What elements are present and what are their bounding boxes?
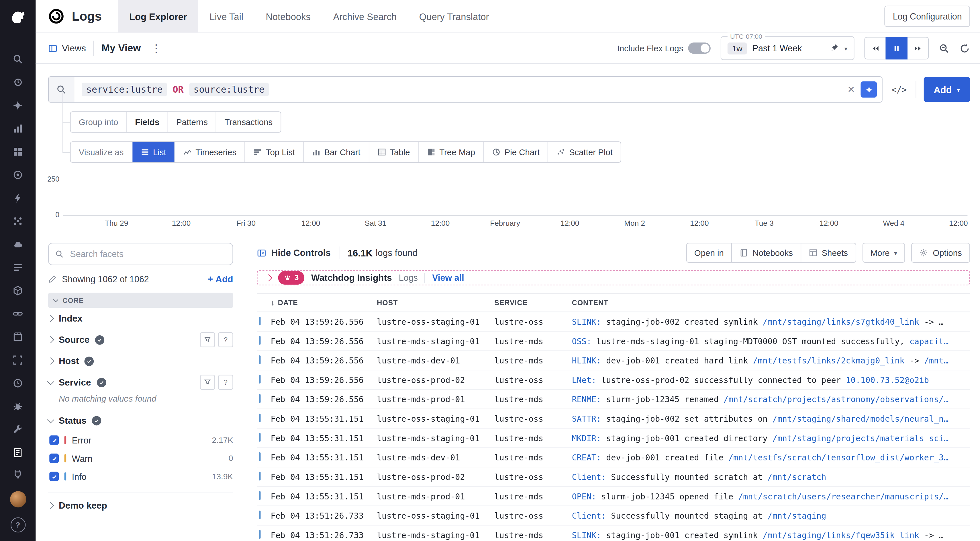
add-button[interactable]: Add ▾ [924, 77, 970, 102]
clear-query-icon[interactable]: × [841, 83, 861, 96]
kebab-menu-icon[interactable]: ⋮ [148, 41, 164, 55]
facet-value-row[interactable]: Error 2.17K [48, 431, 233, 449]
log-row[interactable]: Feb 04 13:59:26.556 lustre-mds-dev-01 lu… [257, 351, 970, 370]
pause-button[interactable] [886, 37, 907, 60]
option-top-list[interactable]: Top List [245, 142, 304, 162]
log-row[interactable]: Feb 04 13:59:26.556 lustre-oss-staging-0… [257, 312, 970, 332]
log-row[interactable]: Feb 04 13:51:26.733 lustre-oss-staging-0… [257, 506, 970, 526]
tab-query-translator[interactable]: Query Translator [408, 0, 500, 32]
containers-icon[interactable] [10, 283, 25, 298]
facet-header[interactable]: Service ? [48, 372, 233, 393]
query-token[interactable]: service:lustre [82, 83, 167, 96]
chevron-right-icon[interactable] [265, 274, 272, 281]
option-transactions[interactable]: Transactions [216, 112, 280, 132]
code-view-icon[interactable]: </> [890, 85, 908, 94]
chevron-down-icon[interactable]: ▾ [845, 45, 848, 52]
option-table[interactable]: Table [369, 142, 418, 162]
log-row[interactable]: Feb 04 13:55:31.151 lustre-mds-staging-0… [257, 429, 970, 448]
option-timeseries[interactable]: Timeseries [175, 142, 245, 162]
log-row[interactable]: Feb 04 13:55:31.151 lustre-oss-staging-0… [257, 409, 970, 429]
tab-notebooks[interactable]: Notebooks [255, 0, 322, 32]
tab-archive-search[interactable]: Archive Search [322, 0, 408, 32]
help-icon[interactable]: ? [218, 375, 233, 389]
core-section-header[interactable]: CORE [48, 293, 233, 308]
ai-assist-button[interactable] [861, 81, 877, 98]
option-fields[interactable]: Fields [127, 112, 168, 132]
query-operator[interactable]: OR [172, 85, 183, 94]
checkbox[interactable] [49, 472, 59, 481]
tab-live-tail[interactable]: Live Tail [198, 0, 255, 32]
checkbox[interactable] [49, 436, 59, 445]
facet-header[interactable]: Host [48, 350, 233, 372]
query-token[interactable]: source:lustre [189, 83, 269, 96]
option-bar-chart[interactable]: Bar Chart [304, 142, 369, 162]
facet-search-input[interactable] [69, 248, 226, 260]
filter-icon[interactable] [200, 375, 215, 389]
facet-value-row[interactable]: Warn 0 [48, 449, 233, 467]
option-tree-map[interactable]: Tree Map [418, 142, 484, 162]
help-icon[interactable]: ? [10, 517, 25, 532]
flex-logs-toggle[interactable] [688, 43, 711, 54]
facet-search[interactable] [48, 243, 233, 265]
option-patterns[interactable]: Patterns [168, 112, 216, 132]
integrations-icon[interactable] [10, 466, 25, 481]
copilot-icon[interactable] [10, 97, 25, 112]
column-date[interactable]: ↓ DATE [270, 298, 377, 307]
facet-header[interactable]: Status [48, 410, 233, 431]
pencil-icon[interactable] [48, 274, 57, 283]
log-configuration-button[interactable]: Log Configuration [885, 6, 970, 27]
packages-icon[interactable] [10, 329, 25, 344]
facet-value-row[interactable]: Info 13.9K [48, 467, 233, 485]
user-avat​ar[interactable] [10, 491, 26, 507]
view-all-link[interactable]: View all [432, 273, 464, 283]
facet-header[interactable]: Index [48, 308, 233, 329]
metrics-icon[interactable] [10, 121, 25, 136]
dashboards-icon[interactable] [10, 144, 25, 159]
processes-icon[interactable] [10, 214, 25, 228]
bugs-icon[interactable] [10, 399, 25, 413]
more-button[interactable]: More ▾ [862, 243, 905, 263]
filter-icon[interactable] [200, 332, 215, 347]
option-pie-chart[interactable]: Pie Chart [484, 142, 549, 162]
serverless-icon[interactable] [10, 236, 25, 251]
frames-icon[interactable] [10, 352, 25, 367]
schedule-icon[interactable] [10, 375, 25, 390]
facet-header[interactable]: Demo keep [48, 495, 233, 516]
sheets-button[interactable]: Sheets [800, 243, 856, 263]
column-service[interactable]: SERVICE [494, 299, 572, 306]
refresh-icon[interactable] [959, 43, 970, 53]
option-scatter-plot[interactable]: Scatter Plot [549, 142, 621, 162]
pin-icon[interactable] [830, 44, 839, 53]
log-row[interactable]: Feb 04 13:59:26.556 lustre-oss-prod-02 l… [257, 370, 970, 390]
time-range-control[interactable]: UTC-07:00 1w Past 1 Week ▾ [721, 37, 854, 60]
log-row[interactable]: Feb 04 13:59:26.556 lustre-mds-staging-0… [257, 332, 970, 351]
tab-log-explorer[interactable]: Log Explorer [118, 0, 198, 32]
column-content[interactable]: CONTENT [572, 299, 970, 306]
checkbox[interactable] [49, 453, 59, 463]
watchdog-insights-banner[interactable]: 3 Watchdog Insights Logs View all [257, 270, 970, 285]
fast-forward-button[interactable] [907, 37, 929, 60]
log-row[interactable]: Feb 04 13:55:31.151 lustre-mds-dev-01 lu… [257, 448, 970, 468]
column-host[interactable]: HOST [377, 299, 494, 306]
help-icon[interactable]: ? [218, 332, 233, 347]
rewind-button[interactable] [864, 37, 886, 60]
log-row[interactable]: Feb 04 13:59:26.556 lustre-mds-prod-01 l… [257, 390, 970, 409]
monitors-icon[interactable] [10, 167, 25, 182]
logs-icon[interactable] [10, 445, 25, 460]
datadog-logo[interactable] [0, 0, 35, 34]
add-facet-button[interactable]: + Add [207, 273, 233, 284]
views-button[interactable]: Views [48, 43, 86, 53]
option-list[interactable]: List [132, 142, 175, 162]
query-search-box[interactable]: service:lustreORsource:lustre × [48, 76, 883, 103]
hide-controls-button[interactable]: Hide Controls [257, 248, 331, 258]
log-stream-icon[interactable] [10, 260, 25, 274]
facet-header[interactable]: Source ? [48, 329, 233, 350]
tools-icon[interactable] [10, 422, 25, 437]
notebooks-button[interactable]: Notebooks [731, 243, 801, 263]
zoom-out-icon[interactable] [939, 43, 949, 53]
search-icon[interactable] [10, 51, 25, 66]
history-icon[interactable] [10, 75, 25, 89]
log-row[interactable]: Feb 04 13:51:26.733 lustre-mds-staging-0… [257, 525, 970, 541]
options-button[interactable]: Options [912, 243, 970, 263]
apm-icon[interactable] [10, 190, 25, 205]
